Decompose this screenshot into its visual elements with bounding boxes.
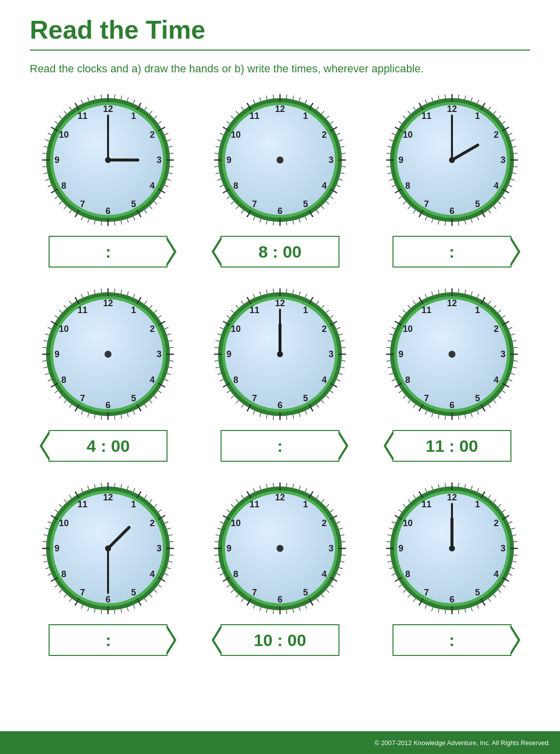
svg-line-565 — [326, 590, 329, 592]
svg-line-566 — [322, 594, 324, 597]
svg-line-289 — [69, 301, 72, 304]
svg-line-368 — [260, 292, 261, 296]
svg-line-425 — [413, 404, 415, 407]
svg-text:9: 9 — [55, 349, 59, 359]
svg-line-176 — [508, 185, 512, 187]
page-title: Read the Time — [30, 15, 530, 45]
svg-line-253 — [167, 374, 171, 375]
svg-line-350 — [226, 390, 229, 393]
svg-line-544 — [286, 483, 287, 487]
svg-line-423 — [425, 411, 427, 414]
svg-line-408 — [508, 379, 512, 381]
svg-line-9 — [145, 107, 147, 109]
svg-line-314 — [299, 292, 300, 296]
svg-line-104 — [322, 206, 324, 209]
time-box-3[interactable]: : — [392, 236, 511, 268]
svg-line-572 — [286, 610, 287, 614]
svg-line-274 — [55, 390, 58, 393]
svg-line-329 — [339, 374, 343, 375]
svg-line-256 — [158, 390, 161, 393]
svg-line-433 — [386, 361, 390, 361]
svg-text:3: 3 — [329, 155, 334, 165]
svg-line-344 — [260, 413, 261, 417]
svg-line-357 — [215, 347, 219, 348]
svg-line-251 — [170, 361, 174, 361]
svg-line-637 — [511, 568, 515, 569]
svg-point-307 — [105, 351, 112, 358]
time-box-8: 10 : 00 — [221, 624, 339, 656]
svg-line-432 — [388, 367, 392, 368]
svg-line-268 — [88, 413, 89, 417]
svg-line-124 — [216, 173, 220, 174]
svg-line-57 — [69, 107, 72, 109]
svg-line-85 — [305, 100, 307, 104]
svg-line-597 — [241, 495, 244, 498]
svg-line-184 — [471, 219, 472, 223]
svg-point-539 — [105, 545, 111, 551]
svg-line-130 — [220, 133, 223, 135]
svg-text:10: 10 — [402, 324, 412, 334]
svg-line-628 — [502, 510, 505, 512]
svg-text:1: 1 — [303, 111, 308, 121]
svg-line-114 — [260, 219, 261, 223]
svg-text:6: 6 — [106, 206, 111, 216]
svg-line-415 — [477, 411, 478, 414]
svg-text:8: 8 — [61, 375, 66, 385]
svg-line-287 — [59, 310, 62, 313]
svg-line-627 — [498, 504, 501, 507]
svg-text:11: 11 — [249, 499, 259, 509]
svg-line-243 — [154, 310, 157, 313]
svg-line-416 — [471, 413, 472, 417]
svg-line-345 — [253, 411, 255, 414]
svg-text:8: 8 — [405, 181, 410, 191]
svg-text:10: 10 — [231, 518, 241, 528]
svg-line-550 — [322, 499, 324, 502]
time-box-5[interactable]: : — [221, 430, 339, 462]
svg-line-259 — [145, 404, 147, 407]
svg-line-6 — [127, 98, 128, 102]
svg-line-160 — [471, 98, 472, 102]
svg-line-338 — [299, 413, 300, 417]
svg-line-410 — [502, 390, 505, 393]
svg-line-261 — [133, 411, 135, 414]
svg-line-631 — [511, 528, 515, 529]
svg-line-471 — [145, 495, 147, 498]
svg-line-41 — [59, 202, 62, 204]
svg-line-481 — [170, 555, 174, 555]
svg-text:1: 1 — [131, 499, 136, 509]
svg-line-489 — [145, 598, 147, 601]
time-box-9[interactable]: : — [392, 624, 511, 656]
svg-line-35 — [95, 220, 96, 224]
svg-line-622 — [471, 486, 472, 490]
svg-line-249 — [170, 347, 174, 348]
clock-7: 121234567891011 — [41, 482, 175, 615]
svg-line-335 — [316, 404, 319, 407]
svg-line-650 — [445, 610, 446, 614]
svg-text:10: 10 — [59, 518, 69, 528]
svg-line-319 — [326, 310, 329, 313]
svg-line-200 — [388, 173, 392, 174]
svg-line-195 — [403, 202, 406, 204]
svg-line-479 — [170, 541, 174, 542]
svg-line-277 — [46, 374, 50, 375]
svg-line-110 — [286, 221, 287, 225]
svg-line-115 — [253, 216, 255, 220]
svg-line-522 — [88, 486, 89, 490]
time-box-7[interactable]: : — [49, 624, 168, 656]
svg-text:4: 4 — [150, 181, 155, 191]
svg-line-359 — [217, 334, 221, 335]
svg-line-516 — [55, 510, 58, 512]
svg-line-551 — [326, 504, 329, 507]
svg-line-443 — [413, 301, 415, 304]
svg-text:2: 2 — [150, 518, 155, 528]
svg-line-120 — [226, 196, 229, 199]
time-box-1[interactable]: : — [49, 236, 168, 268]
svg-line-25 — [154, 202, 157, 204]
svg-line-400 — [508, 327, 512, 329]
svg-line-514 — [48, 522, 52, 523]
svg-line-180 — [493, 206, 496, 209]
svg-line-34 — [101, 221, 102, 225]
svg-line-363 — [231, 310, 234, 313]
svg-text:2: 2 — [150, 324, 155, 334]
svg-line-168 — [508, 133, 512, 135]
